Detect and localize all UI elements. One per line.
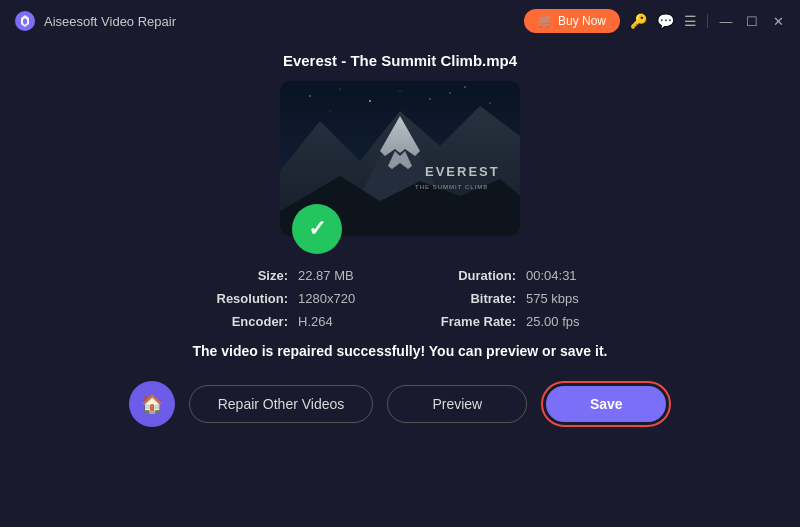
video-title: Everest - The Summit Climb.mp4 xyxy=(283,52,517,69)
size-value: 22.87 MB xyxy=(298,268,398,283)
app-logo xyxy=(14,10,36,32)
success-message: The video is repaired successfully! You … xyxy=(193,343,608,359)
framerate-label: Frame Rate: xyxy=(402,314,522,329)
maximize-button[interactable]: ☐ xyxy=(744,14,760,29)
encoder-value: H.264 xyxy=(298,314,398,329)
duration-label: Duration: xyxy=(402,268,522,283)
save-button-wrapper: Save xyxy=(541,381,671,427)
save-button[interactable]: Save xyxy=(546,386,666,422)
title-bar-center: 🛒 Buy Now 🔑 💬 ☰ — ☐ ✕ xyxy=(524,9,786,33)
title-divider xyxy=(707,14,708,28)
cart-icon: 🛒 xyxy=(538,14,553,28)
bitrate-value: 575 kbps xyxy=(526,291,626,306)
window-controls: — ☐ ✕ xyxy=(718,14,786,29)
size-label: Size: xyxy=(174,268,294,283)
framerate-value: 25.00 fps xyxy=(526,314,626,329)
title-bar-left: Aiseesoft Video Repair xyxy=(14,10,176,32)
repair-other-button[interactable]: Repair Other Videos xyxy=(189,385,374,423)
video-info-grid: Size: 22.87 MB Duration: 00:04:31 Resolu… xyxy=(174,268,626,329)
home-button[interactable]: 🏠 xyxy=(129,381,175,427)
close-button[interactable]: ✕ xyxy=(770,14,786,29)
duration-value: 00:04:31 xyxy=(526,268,626,283)
minimize-button[interactable]: — xyxy=(718,14,734,29)
chat-icon[interactable]: 💬 xyxy=(657,13,674,29)
buy-now-button[interactable]: 🛒 Buy Now xyxy=(524,9,620,33)
success-check-badge: ✓ xyxy=(292,204,342,254)
key-icon[interactable]: 🔑 xyxy=(630,13,647,29)
menu-icon[interactable]: ☰ xyxy=(684,13,697,29)
bitrate-label: Bitrate: xyxy=(402,291,522,306)
app-title: Aiseesoft Video Repair xyxy=(44,14,176,29)
title-bar: Aiseesoft Video Repair 🛒 Buy Now 🔑 💬 ☰ —… xyxy=(0,0,800,42)
resolution-label: Resolution: xyxy=(174,291,294,306)
home-icon: 🏠 xyxy=(141,393,163,415)
encoder-label: Encoder: xyxy=(174,314,294,329)
video-thumbnail-wrapper: EVEREST THE SUMMIT CLIMB ✓ xyxy=(280,81,520,236)
resolution-value: 1280x720 xyxy=(298,291,398,306)
preview-button[interactable]: Preview xyxy=(387,385,527,423)
action-buttons-row: 🏠 Repair Other Videos Preview Save xyxy=(129,381,672,427)
main-content: Everest - The Summit Climb.mp4 xyxy=(0,42,800,447)
